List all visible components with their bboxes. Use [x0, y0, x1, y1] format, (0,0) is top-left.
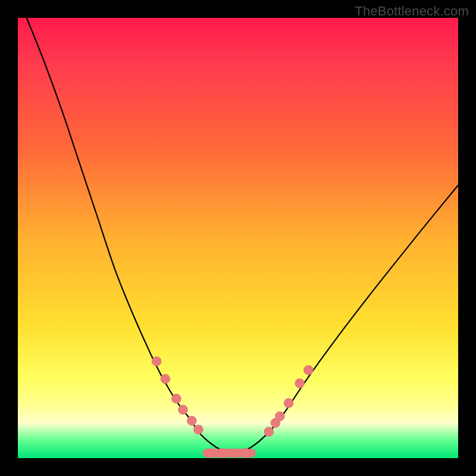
marker-dot-right: [303, 365, 313, 375]
chart-frame: TheBottleneck.com: [0, 0, 476, 476]
marker-dot-left: [152, 356, 161, 366]
plot-area: [18, 18, 458, 458]
marker-dot-right: [275, 412, 284, 421]
marker-dot-left: [187, 416, 196, 425]
marker-dot-right: [295, 378, 305, 388]
marker-dot-right: [284, 399, 293, 408]
bottom-marker: [218, 449, 228, 458]
marker-dot-left: [193, 425, 203, 434]
bottom-marker: [230, 449, 239, 458]
bottom-marker: [242, 449, 251, 458]
marker-dot-right: [264, 427, 274, 437]
bottleneck-curve: [27, 18, 458, 454]
marker-dot-left: [161, 374, 170, 384]
bottom-marker: [206, 449, 215, 458]
marker-dot-left: [171, 394, 181, 403]
watermark-text: TheBottleneck.com: [355, 4, 469, 19]
chart-svg: [18, 18, 458, 458]
marker-dot-left: [178, 405, 188, 415]
